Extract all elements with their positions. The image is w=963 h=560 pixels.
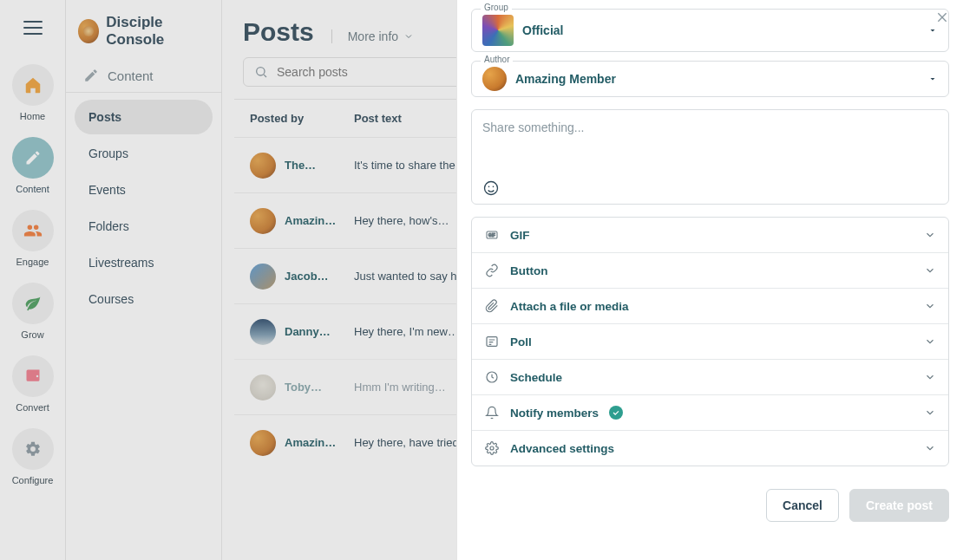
poster-name: Danny… bbox=[285, 325, 331, 338]
option-label: Poll bbox=[510, 335, 532, 348]
link-icon bbox=[484, 264, 500, 277]
people-icon bbox=[12, 210, 54, 251]
caret-down-icon bbox=[927, 25, 938, 36]
subnav-item-events[interactable]: Events bbox=[75, 173, 213, 207]
gear-icon bbox=[484, 441, 500, 455]
home-icon bbox=[12, 64, 54, 106]
avatar bbox=[250, 374, 276, 400]
poster-name: Amazin… bbox=[285, 214, 336, 227]
poll-icon bbox=[484, 335, 500, 348]
svg-point-8 bbox=[488, 186, 490, 188]
create-post-panel: Group Official Author Amazing Member GIF… bbox=[456, 0, 963, 560]
group-value: Official bbox=[522, 23, 563, 37]
option-label: Advanced settings bbox=[510, 442, 614, 455]
avatar bbox=[250, 430, 276, 456]
subnav-item-folders[interactable]: Folders bbox=[75, 209, 213, 244]
nav-rail: Home Content Engage Grow Convert bbox=[0, 0, 66, 560]
option-gif[interactable]: GIF GIF bbox=[472, 218, 948, 252]
emoji-picker-button[interactable] bbox=[482, 179, 938, 197]
chevron-down-icon bbox=[924, 264, 936, 277]
avatar bbox=[250, 319, 276, 345]
option-attach[interactable]: Attach a file or media bbox=[472, 288, 948, 323]
subnav-header-label: Content bbox=[108, 68, 154, 83]
brand-logo-icon bbox=[78, 19, 99, 43]
wallet-icon bbox=[12, 355, 54, 397]
avatar bbox=[250, 153, 276, 179]
chevron-down-icon bbox=[924, 229, 936, 241]
svg-rect-12 bbox=[487, 337, 497, 347]
brand-title: Disciple Console bbox=[106, 14, 209, 49]
option-poll[interactable]: Poll bbox=[472, 323, 948, 359]
poster-name: The… bbox=[285, 159, 316, 172]
gear-icon bbox=[12, 428, 54, 470]
subnav-item-courses[interactable]: Courses bbox=[75, 282, 213, 316]
chevron-down-icon bbox=[403, 31, 414, 42]
author-value: Amazing Member bbox=[515, 72, 616, 86]
rail-label: Content bbox=[16, 184, 49, 194]
rail-label: Home bbox=[20, 111, 45, 121]
gif-icon: GIF bbox=[484, 228, 500, 242]
option-label: Schedule bbox=[510, 371, 562, 384]
caret-down-icon bbox=[927, 74, 938, 84]
svg-point-7 bbox=[485, 182, 498, 195]
option-label: Button bbox=[510, 264, 547, 277]
chevron-down-icon bbox=[924, 442, 936, 454]
paperclip-icon bbox=[484, 299, 500, 313]
pencil-icon bbox=[12, 137, 54, 179]
chevron-down-icon bbox=[924, 300, 936, 312]
menu-toggle[interactable] bbox=[16, 10, 50, 45]
rail-label: Configure bbox=[12, 475, 54, 485]
option-button[interactable]: Button bbox=[472, 252, 948, 288]
option-label: GIF bbox=[510, 229, 530, 242]
smile-icon bbox=[482, 179, 500, 197]
post-options-accordion: GIF GIF Button Attach a file or media Po… bbox=[471, 217, 949, 466]
post-composer[interactable] bbox=[471, 109, 949, 205]
content-subnav: Disciple Console Content Posts Groups Ev… bbox=[66, 0, 222, 560]
rail-item-grow[interactable]: Grow bbox=[0, 277, 65, 347]
rail-label: Engage bbox=[16, 257, 49, 267]
brand: Disciple Console bbox=[66, 0, 221, 59]
rail-item-engage[interactable]: Engage bbox=[0, 205, 65, 274]
option-notify[interactable]: Notify members bbox=[472, 394, 948, 430]
rail-item-home[interactable]: Home bbox=[0, 59, 65, 128]
svg-line-4 bbox=[264, 75, 266, 77]
avatar bbox=[250, 208, 276, 234]
option-label: Notify members bbox=[510, 407, 599, 420]
check-badge bbox=[609, 406, 623, 420]
subnav-item-groups[interactable]: Groups bbox=[75, 136, 213, 171]
author-avatar bbox=[482, 67, 507, 91]
page-title: Posts bbox=[243, 17, 314, 47]
rail-item-convert[interactable]: Convert bbox=[0, 350, 65, 420]
group-thumb bbox=[482, 15, 514, 46]
option-advanced[interactable]: Advanced settings bbox=[472, 430, 948, 466]
col-posted-by: Posted by bbox=[250, 112, 354, 125]
bell-icon bbox=[484, 406, 500, 420]
poster-name: Amazin… bbox=[285, 436, 336, 449]
svg-point-9 bbox=[493, 186, 495, 188]
chevron-down-icon bbox=[924, 335, 936, 348]
cancel-button[interactable]: Cancel bbox=[766, 489, 839, 522]
clock-icon bbox=[484, 370, 500, 384]
rail-item-configure[interactable]: Configure bbox=[0, 423, 65, 492]
search-icon bbox=[254, 65, 268, 79]
option-schedule[interactable]: Schedule bbox=[472, 359, 948, 394]
option-label: Attach a file or media bbox=[510, 300, 629, 313]
chevron-down-icon bbox=[924, 407, 936, 419]
subnav-header: Content bbox=[66, 59, 221, 93]
chevron-down-icon bbox=[924, 371, 936, 383]
more-info-toggle[interactable]: More info bbox=[331, 29, 414, 43]
svg-text:GIF: GIF bbox=[488, 233, 495, 238]
svg-point-3 bbox=[257, 68, 265, 75]
author-label: Author bbox=[481, 55, 513, 64]
author-select[interactable]: Author Amazing Member bbox=[471, 61, 949, 97]
svg-point-17 bbox=[490, 446, 494, 450]
subnav-item-livestreams[interactable]: Livestreams bbox=[75, 245, 213, 280]
leaf-icon bbox=[12, 283, 54, 324]
create-post-button[interactable]: Create post bbox=[849, 489, 949, 522]
group-select[interactable]: Group Official bbox=[471, 9, 949, 52]
pencil-icon bbox=[83, 68, 99, 83]
rail-item-content[interactable]: Content bbox=[0, 132, 65, 201]
post-textarea[interactable] bbox=[482, 120, 938, 179]
subnav-item-posts[interactable]: Posts bbox=[75, 100, 213, 134]
rail-label: Grow bbox=[21, 329, 43, 340]
